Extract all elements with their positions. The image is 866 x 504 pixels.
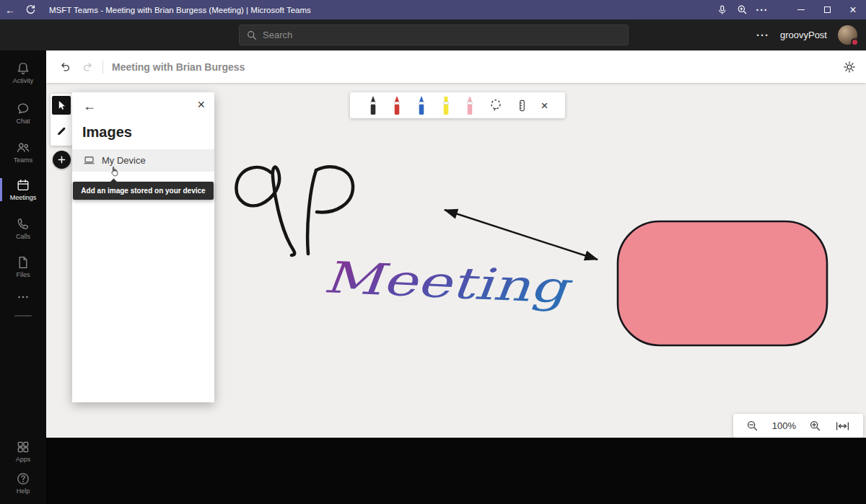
tooltip: Add an image stored on your device (73, 182, 214, 200)
double-arrow[interactable] (445, 210, 598, 260)
zoom-controls: 100% (733, 414, 863, 438)
tool-rail (51, 94, 72, 146)
magnifier-plus-icon (809, 420, 821, 432)
minimize-icon (797, 9, 805, 10)
yellow-highlighter-icon (440, 95, 452, 116)
window-title: MSFT Teams - Meeting with Brian Burgess … (49, 6, 311, 14)
sidebar-item-activity[interactable]: Activity (0, 58, 46, 88)
yellow-highlighter-button[interactable] (440, 95, 452, 116)
handwriting-gp[interactable]: gP (236, 167, 353, 255)
titlebar-more-button[interactable]: ··· (752, 0, 772, 19)
ruler-icon (516, 99, 528, 112)
magnifier-plus-icon (737, 4, 748, 15)
red-pen-icon (391, 95, 403, 116)
whiteboard-header: Meeting with Brian Burgess (46, 50, 866, 83)
sidebar-item-label: Files (16, 271, 30, 278)
sidebar-item-files[interactable]: Files (0, 252, 46, 282)
chat-icon (16, 102, 30, 116)
phone-icon (16, 217, 30, 231)
refresh-button[interactable] (20, 0, 40, 19)
undo-icon (59, 61, 71, 73)
zoom-level: 100% (772, 420, 796, 431)
apps-grid-icon (16, 440, 30, 454)
panel-back-button[interactable]: ← (83, 100, 96, 112)
bell-icon (16, 61, 30, 76)
sidebar-divider (14, 315, 32, 317)
pen-toolbar-close-button[interactable]: × (541, 100, 548, 112)
mic-button[interactable] (712, 0, 732, 19)
maximize-button[interactable] (814, 0, 840, 19)
images-panel-title: Images (82, 124, 132, 141)
blue-pen-button[interactable] (416, 95, 427, 116)
back-icon: ← (5, 4, 15, 16)
images-panel: ← × Images My Device Add an image stored… (72, 92, 214, 402)
ellipsis-icon (16, 290, 30, 304)
sidebar-item-calls[interactable]: Calls (0, 213, 46, 244)
sidebar-item-label: Activity (13, 77, 34, 84)
redo-icon (82, 61, 94, 73)
fit-width-icon (835, 420, 850, 432)
app-header: ··· groovyPost (0, 19, 866, 50)
sidebar-more-button[interactable] (0, 288, 46, 306)
lasso-select-button[interactable] (489, 98, 503, 112)
magnifier-minus-icon (746, 420, 758, 432)
plus-icon (57, 155, 66, 164)
back-button[interactable]: ← (0, 0, 20, 19)
sidebar-item-label: Help (17, 487, 30, 495)
window-titlebar: ← MSFT Teams - Meeting with Brian Burges… (0, 0, 866, 19)
sidebar-item-help[interactable]: Help (0, 468, 46, 498)
maximize-icon (824, 6, 831, 13)
whiteboard-canvas[interactable]: gP Meeting ← × Images (46, 83, 866, 438)
black-pen-button[interactable] (367, 95, 379, 116)
sidebar-item-label: Chat (16, 118, 30, 125)
laptop-icon (83, 154, 95, 167)
pen-tool-button[interactable] (52, 121, 71, 141)
my-device-item[interactable]: My Device (72, 149, 214, 172)
fit-to-width-button[interactable] (835, 420, 850, 432)
hand-cursor-icon (110, 166, 120, 178)
close-icon: × (849, 4, 856, 17)
blue-pen-icon (416, 95, 427, 116)
file-icon (16, 255, 30, 270)
more-icon: ··· (756, 4, 769, 16)
sidebar-item-chat[interactable]: Chat (0, 98, 46, 128)
board-title: Meeting with Brian Burgess (112, 61, 245, 73)
status-dot (851, 38, 859, 46)
undo-button[interactable] (59, 61, 71, 73)
search-icon (247, 30, 257, 40)
handwriting-meeting[interactable]: Meeting (322, 252, 574, 313)
minimize-button[interactable] (788, 0, 814, 19)
red-pen-button[interactable] (391, 95, 403, 116)
panel-close-button[interactable]: × (197, 98, 205, 111)
sidebar-item-teams[interactable]: Teams (0, 137, 46, 167)
ruler-button[interactable] (516, 99, 528, 112)
select-tool-button[interactable] (52, 96, 71, 115)
my-device-label: My Device (102, 155, 146, 166)
header-divider (102, 61, 103, 74)
settings-button[interactable] (843, 61, 856, 74)
sidebar-item-label: Meetings (10, 194, 37, 201)
people-icon (16, 141, 30, 155)
close-button[interactable]: × (840, 0, 866, 19)
account-name: groovyPost (780, 30, 827, 40)
pink-pen-icon (464, 95, 476, 116)
black-pen-icon (367, 95, 379, 116)
pink-pen-button[interactable] (464, 95, 476, 116)
header-more-button[interactable]: ··· (756, 29, 769, 41)
search-input[interactable] (263, 30, 621, 40)
add-content-button[interactable] (53, 151, 71, 169)
zoom-out-button[interactable] (746, 420, 758, 432)
avatar[interactable] (838, 25, 857, 45)
refresh-icon (25, 4, 36, 15)
redo-button[interactable] (82, 61, 94, 73)
zoom-in-titlebar-button[interactable] (732, 0, 752, 19)
sidebar: Activity Chat Teams Meetings Calls Files (0, 50, 46, 504)
rounded-rectangle-shape[interactable] (618, 221, 827, 345)
zoom-in-button[interactable] (809, 420, 821, 432)
mic-icon (717, 4, 727, 16)
cursor-arrow-icon (56, 99, 67, 112)
search-bar[interactable] (239, 25, 629, 45)
sidebar-item-meetings[interactable]: Meetings (0, 174, 46, 205)
tooltip-text: Add an image stored on your device (81, 187, 205, 195)
sidebar-item-apps[interactable]: Apps (0, 436, 46, 467)
